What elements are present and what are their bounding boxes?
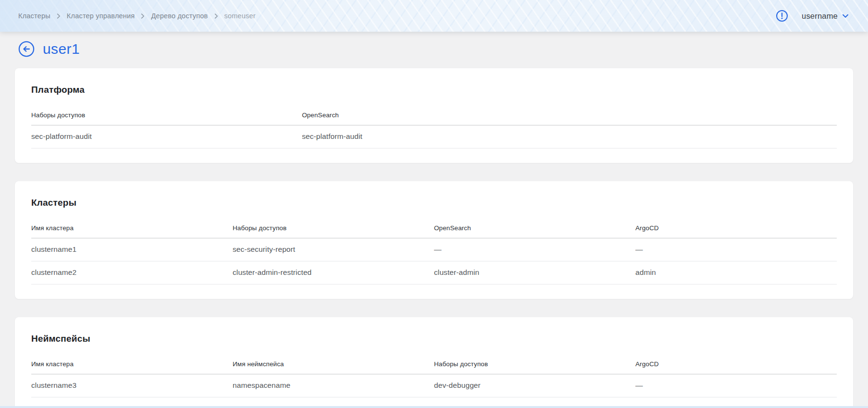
table-header-row: Наборы доступов OpenSearch bbox=[31, 106, 837, 125]
column-header: OpenSearch bbox=[302, 106, 837, 125]
column-header: ArgoCD bbox=[635, 219, 837, 238]
column-header: Имя кластера bbox=[31, 219, 233, 238]
breadcrumb-item-clusters[interactable]: Кластеры bbox=[18, 12, 50, 20]
column-header: Имя неймспейса bbox=[233, 355, 434, 374]
table-cell: clustername2 bbox=[31, 261, 233, 284]
table-cell: clustername1 bbox=[31, 238, 233, 261]
clusters-card-title: Кластеры bbox=[31, 198, 837, 208]
chevron-right-icon bbox=[214, 13, 218, 19]
user-name: username bbox=[802, 12, 838, 21]
column-header: Наборы доступов bbox=[233, 219, 434, 238]
table-cell: namespacename bbox=[233, 374, 434, 397]
page-title: user1 bbox=[43, 41, 80, 57]
table-cell: sec-security-report bbox=[233, 238, 434, 261]
user-menu-button[interactable]: username bbox=[802, 12, 849, 21]
platform-table: Наборы доступов OpenSearch sec-platform-… bbox=[31, 106, 837, 148]
page-title-row: user1 bbox=[18, 32, 853, 68]
column-header: OpenSearch bbox=[434, 219, 635, 238]
namespaces-card-title: Неймспейсы bbox=[31, 334, 837, 344]
column-header: ArgoCD bbox=[635, 355, 837, 374]
main-content: user1 Платформа Наборы доступов OpenSear… bbox=[0, 32, 868, 408]
table-cell: dev-debugger bbox=[434, 374, 635, 397]
column-header: Наборы доступов bbox=[434, 355, 635, 374]
table-row: clustername2 cluster-admin-restricted cl… bbox=[31, 261, 837, 284]
platform-card-title: Платформа bbox=[31, 85, 837, 95]
table-cell: cluster-admin-restricted bbox=[233, 261, 434, 284]
info-circle-icon bbox=[776, 10, 788, 22]
namespaces-card: Неймспейсы Имя кластера Имя неймспейса Н… bbox=[15, 317, 853, 408]
bottom-edge-strip bbox=[0, 406, 868, 408]
platform-card: Платформа Наборы доступов OpenSearch sec… bbox=[15, 68, 853, 163]
table-cell: — bbox=[635, 238, 837, 261]
table-cell: admin bbox=[635, 261, 837, 284]
top-bar: Кластеры Кластер управления Дерево досту… bbox=[0, 0, 868, 32]
breadcrumb-item-access-tree[interactable]: Дерево доступов bbox=[151, 12, 208, 20]
chevron-down-icon bbox=[842, 14, 849, 18]
clusters-card: Кластеры Имя кластера Наборы доступов Op… bbox=[15, 181, 853, 299]
table-cell: sec-platform-audit bbox=[31, 125, 302, 148]
table-row: sec-platform-audit sec-platform-audit bbox=[31, 125, 837, 148]
column-header: Наборы доступов bbox=[31, 106, 302, 125]
table-cell: sec-platform-audit bbox=[302, 125, 837, 148]
chevron-right-icon bbox=[141, 13, 145, 19]
breadcrumb: Кластеры Кластер управления Дерево досту… bbox=[18, 12, 256, 20]
clusters-table: Имя кластера Наборы доступов OpenSearch … bbox=[31, 219, 837, 284]
table-header-row: Имя кластера Наборы доступов OpenSearch … bbox=[31, 219, 837, 238]
back-button[interactable] bbox=[18, 41, 35, 57]
breadcrumb-item-management-cluster[interactable]: Кластер управления bbox=[67, 12, 135, 20]
table-cell: — bbox=[434, 238, 635, 261]
chevron-right-icon bbox=[57, 13, 61, 19]
breadcrumb-item-current-user: someuser bbox=[224, 12, 256, 20]
arrow-left-circle-icon bbox=[18, 41, 35, 57]
table-cell: cluster-admin bbox=[434, 261, 635, 284]
column-header: Имя кластера bbox=[31, 355, 233, 374]
table-header-row: Имя кластера Имя неймспейса Наборы досту… bbox=[31, 355, 837, 374]
table-cell: — bbox=[635, 374, 837, 397]
namespaces-table: Имя кластера Имя неймспейса Наборы досту… bbox=[31, 355, 837, 397]
table-cell: clustername3 bbox=[31, 374, 233, 397]
table-row: clustername1 sec-security-report — — bbox=[31, 238, 837, 261]
info-button[interactable] bbox=[776, 10, 788, 22]
table-row: clustername3 namespacename dev-debugger … bbox=[31, 374, 837, 397]
topbar-actions: username bbox=[776, 10, 849, 22]
